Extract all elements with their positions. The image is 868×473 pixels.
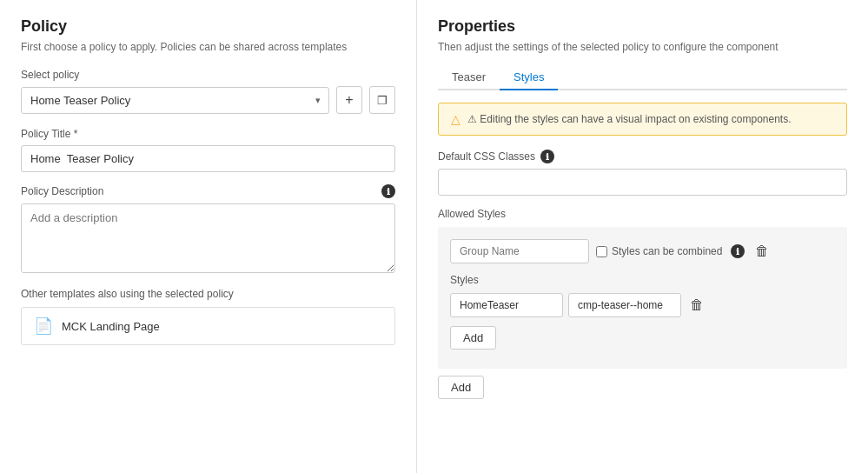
select-wrapper: Home Teaser Policy ▾ <box>21 87 329 114</box>
select-policy-label: Select policy <box>21 69 395 81</box>
policy-select[interactable]: Home Teaser Policy <box>21 87 329 114</box>
add-group-button[interactable]: Add <box>438 376 484 399</box>
allowed-styles-label: Allowed Styles <box>438 208 847 220</box>
policy-description-row: Policy Description ℹ <box>21 184 395 198</box>
template-item: 📄 MCK Landing Page <box>21 307 395 345</box>
left-panel: Policy First choose a policy to apply. P… <box>0 0 417 473</box>
policy-title-input[interactable] <box>21 145 395 172</box>
policy-description-textarea[interactable] <box>21 203 395 273</box>
copy-policy-button[interactable]: ❐ <box>369 86 395 114</box>
styles-card: Styles can be combined ℹ 🗑 Styles 🗑 Add <box>438 227 847 369</box>
policy-title-label: Policy Title * <box>21 128 395 140</box>
style-name-input[interactable] <box>450 293 563 317</box>
add-outer-wrapper: Add <box>438 376 847 399</box>
styles-label: Styles <box>450 274 835 286</box>
other-templates-label: Other templates also using the selected … <box>21 288 395 300</box>
add-style-button[interactable]: Add <box>450 326 496 350</box>
default-css-label: Default CSS Classes <box>438 150 535 163</box>
right-panel: Properties Then adjust the settings of t… <box>417 0 868 473</box>
policy-description-label: Policy Description <box>21 185 103 197</box>
group-trash-button[interactable]: 🗑 <box>752 243 772 259</box>
properties-title: Properties <box>438 17 847 36</box>
styles-combined-info-icon[interactable]: ℹ <box>731 244 745 258</box>
group-name-input[interactable] <box>450 239 589 263</box>
styles-combined-checkbox[interactable] <box>596 246 607 257</box>
style-row: 🗑 <box>450 293 835 317</box>
policy-subtitle: First choose a policy to apply. Policies… <box>21 41 395 53</box>
tab-teaser[interactable]: Teaser <box>438 65 500 90</box>
default-css-input[interactable] <box>438 169 847 196</box>
style-group-row: Styles can be combined ℹ 🗑 <box>450 239 835 263</box>
styles-combined-text: Styles can be combined <box>612 245 722 257</box>
warning-banner: △ ⚠ Editing the styles can have a visual… <box>438 103 847 136</box>
properties-subtitle: Then adjust the settings of the selected… <box>438 41 847 53</box>
select-policy-row: Home Teaser Policy ▾ + ❐ <box>21 86 395 114</box>
style-row-trash-button[interactable]: 🗑 <box>686 297 707 313</box>
styles-combined-checkbox-label[interactable]: Styles can be combined <box>596 245 722 257</box>
policy-description-info-icon[interactable]: ℹ <box>381 184 395 198</box>
policy-title: Policy <box>21 17 395 36</box>
warning-icon: △ <box>451 112 461 126</box>
style-class-input[interactable] <box>568 293 681 317</box>
default-css-info-icon[interactable]: ℹ <box>540 150 554 163</box>
default-css-row: Default CSS Classes ℹ <box>438 150 847 163</box>
add-policy-button[interactable]: + <box>336 86 362 114</box>
page-icon: 📄 <box>34 316 53 336</box>
warning-text: ⚠ Editing the styles can have a visual i… <box>467 113 792 125</box>
tabs: Teaser Styles <box>438 65 847 90</box>
tab-styles[interactable]: Styles <box>500 65 558 90</box>
template-name: MCK Landing Page <box>62 320 160 333</box>
